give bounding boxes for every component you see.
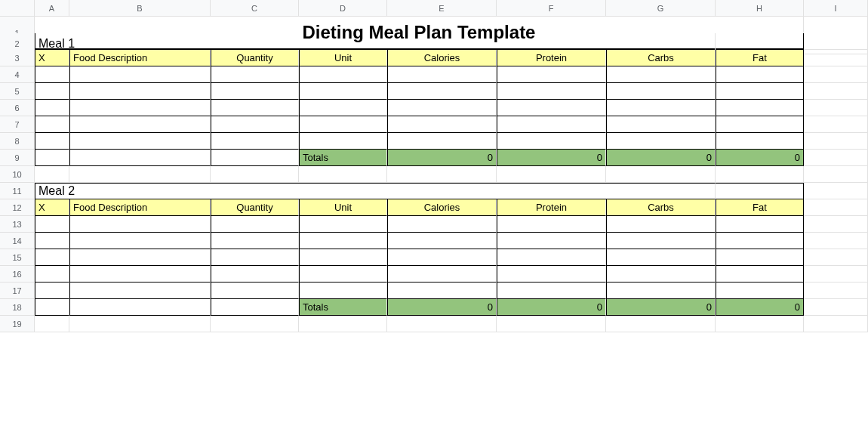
cell-A17[interactable] <box>35 283 69 299</box>
cell-I13[interactable] <box>804 216 868 233</box>
cell-I9[interactable] <box>804 150 868 166</box>
m1-hdr-protein[interactable]: Protein <box>497 50 606 66</box>
cell-A9[interactable] <box>35 150 69 166</box>
cell-E13[interactable] <box>387 216 497 233</box>
cell-C15[interactable] <box>211 249 299 266</box>
cell-D19[interactable] <box>299 316 387 332</box>
cell-E5[interactable] <box>387 83 497 100</box>
cell-F10[interactable] <box>497 166 606 183</box>
cell-C19[interactable] <box>211 316 299 332</box>
cell-B18[interactable] <box>69 299 211 316</box>
col-header-C[interactable]: C <box>211 0 299 17</box>
m2-total-cal[interactable]: 0 <box>387 299 497 316</box>
cell-I6[interactable] <box>804 100 868 116</box>
row-header-6[interactable]: 6 <box>0 100 35 116</box>
row-header-14[interactable]: 14 <box>0 233 35 249</box>
cell-A5[interactable] <box>35 83 69 100</box>
cell-F7[interactable] <box>497 116 606 133</box>
cell-C13[interactable] <box>211 216 299 233</box>
cell-F6[interactable] <box>497 100 606 116</box>
m1-hdr-fat[interactable]: Fat <box>716 50 804 66</box>
row-header-9[interactable]: 9 <box>0 150 35 166</box>
cell-A13[interactable] <box>35 216 69 233</box>
row-header-10[interactable]: 10 <box>0 166 35 183</box>
corner-cell[interactable] <box>0 0 35 17</box>
cell-I15[interactable] <box>804 249 868 266</box>
m2-hdr-x[interactable]: X <box>35 199 69 216</box>
cell-D14[interactable] <box>299 233 387 249</box>
cell-D10[interactable] <box>299 166 387 183</box>
cell-G10[interactable] <box>606 166 716 183</box>
cell-I17[interactable] <box>804 283 868 299</box>
row-header-8[interactable]: 8 <box>0 133 35 150</box>
cell-D5[interactable] <box>299 83 387 100</box>
cell-E19[interactable] <box>387 316 497 332</box>
cell-C17[interactable] <box>211 283 299 299</box>
m1-hdr-carbs[interactable]: Carbs <box>606 50 716 66</box>
col-header-G[interactable]: G <box>606 0 716 17</box>
cell-H10[interactable] <box>716 166 804 183</box>
m2-hdr-cal[interactable]: Calories <box>387 199 497 216</box>
cell-C4[interactable] <box>211 66 299 83</box>
cell-A16[interactable] <box>35 266 69 283</box>
cell-D6[interactable] <box>299 100 387 116</box>
m2-hdr-fat[interactable]: Fat <box>716 199 804 216</box>
cell-F14[interactable] <box>497 233 606 249</box>
cell-C16[interactable] <box>211 266 299 283</box>
cell-H16[interactable] <box>716 266 804 283</box>
cell-H15[interactable] <box>716 249 804 266</box>
cell-B19[interactable] <box>69 316 211 332</box>
cell-B9[interactable] <box>69 150 211 166</box>
cell-H13[interactable] <box>716 216 804 233</box>
cell-A18[interactable] <box>35 299 69 316</box>
cell-I4[interactable] <box>804 66 868 83</box>
cell-H19[interactable] <box>716 316 804 332</box>
row-header-15[interactable]: 15 <box>0 249 35 266</box>
cell-G13[interactable] <box>606 216 716 233</box>
cell-I8[interactable] <box>804 133 868 150</box>
col-header-B[interactable]: B <box>69 0 211 17</box>
cell-H11[interactable] <box>716 183 804 199</box>
cell-G19[interactable] <box>606 316 716 332</box>
m1-total-protein[interactable]: 0 <box>497 150 606 166</box>
cell-A10[interactable] <box>35 166 69 183</box>
row-header-4[interactable]: 4 <box>0 66 35 83</box>
cell-I7[interactable] <box>804 116 868 133</box>
m1-hdr-food[interactable]: Food Description <box>69 50 211 66</box>
cell-B8[interactable] <box>69 133 211 150</box>
cell-F15[interactable] <box>497 249 606 266</box>
cell-C7[interactable] <box>211 116 299 133</box>
m1-hdr-unit[interactable]: Unit <box>299 50 387 66</box>
cell-B14[interactable] <box>69 233 211 249</box>
cell-A8[interactable] <box>35 133 69 150</box>
row-header-3[interactable]: 3 <box>0 50 35 66</box>
row-header-13[interactable]: 13 <box>0 216 35 233</box>
m1-hdr-x[interactable]: X <box>35 50 69 66</box>
cell-D13[interactable] <box>299 216 387 233</box>
cell-B5[interactable] <box>69 83 211 100</box>
m1-total-cal[interactable]: 0 <box>387 150 497 166</box>
cell-H8[interactable] <box>716 133 804 150</box>
m2-hdr-carbs[interactable]: Carbs <box>606 199 716 216</box>
cell-I18[interactable] <box>804 299 868 316</box>
m2-hdr-qty[interactable]: Quantity <box>211 199 299 216</box>
cell-I5[interactable] <box>804 83 868 100</box>
cell-B10[interactable] <box>69 166 211 183</box>
meal2-label[interactable]: Meal 2 <box>35 183 716 199</box>
cell-E4[interactable] <box>387 66 497 83</box>
cell-F17[interactable] <box>497 283 606 299</box>
cell-C10[interactable] <box>211 166 299 183</box>
cell-H4[interactable] <box>716 66 804 83</box>
cell-C9[interactable] <box>211 150 299 166</box>
cell-D16[interactable] <box>299 266 387 283</box>
cell-A6[interactable] <box>35 100 69 116</box>
row-header-16[interactable]: 16 <box>0 266 35 283</box>
cell-G8[interactable] <box>606 133 716 150</box>
cell-B4[interactable] <box>69 66 211 83</box>
cell-B6[interactable] <box>69 100 211 116</box>
cell-B7[interactable] <box>69 116 211 133</box>
cell-E7[interactable] <box>387 116 497 133</box>
cell-F13[interactable] <box>497 216 606 233</box>
m1-total-fat[interactable]: 0 <box>716 150 804 166</box>
row-header-19[interactable]: 19 <box>0 316 35 332</box>
